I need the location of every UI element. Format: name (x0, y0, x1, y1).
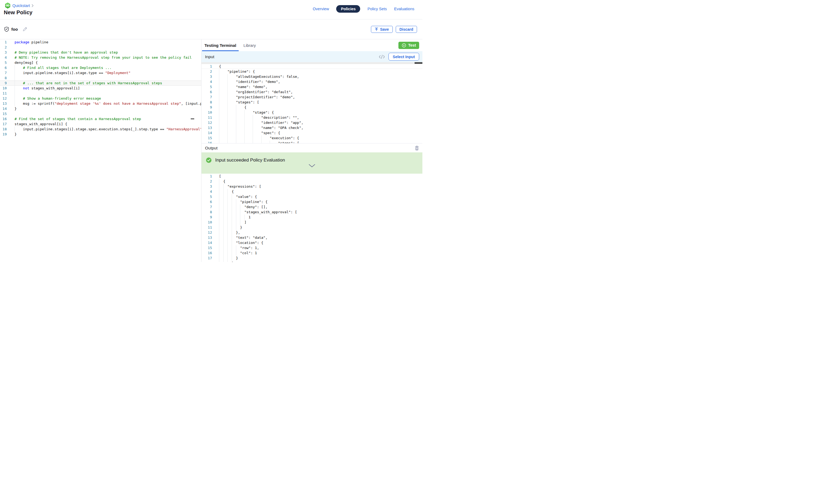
code-line: 14 "location": { (201, 240, 423, 245)
code-line: 13 "name": "OPA check", (201, 125, 423, 130)
input-section-header: Input Select Input (201, 51, 423, 62)
save-button[interactable]: Save (371, 26, 393, 33)
code-line: 16 "steps": [ (201, 141, 423, 143)
test-button-label: Test (408, 43, 416, 47)
code-line: 10 ] (201, 220, 423, 225)
main-split: 1package pipeline23# Deny pipelines that… (0, 39, 423, 262)
code-line: 7 input.pipeline.stages[i].stage.type ==… (0, 70, 201, 75)
output-section-header: Output (201, 143, 423, 152)
code-line: 2 (0, 45, 201, 50)
save-button-label: Save (380, 27, 389, 31)
page-header: Quickstart New Policy Overview Policies … (0, 0, 423, 19)
shield-check-icon (4, 27, 9, 32)
nav-policy-sets[interactable]: Policy Sets (367, 7, 387, 11)
code-line: 6 "pipeline": { (201, 199, 423, 204)
policy-code-pane: 1package pipeline23# Deny pipelines that… (0, 39, 201, 262)
code-line: 12 "identifier": "app", (201, 120, 423, 125)
code-line: 4# NOTE: Try removing the HarnessApprova… (0, 55, 201, 60)
code-line: 1package pipeline (0, 40, 201, 45)
tab-library[interactable]: Library (241, 39, 258, 51)
top-nav: Overview Policies Policy Sets Evaluation… (313, 5, 414, 13)
pencil-icon (22, 27, 27, 32)
testing-pane: Testing Terminal Library Test Input (201, 39, 423, 262)
code-line: 4 "identifier": "demo", (201, 79, 423, 84)
code-line: 13 msg := sprintf("deployment stage '%s'… (0, 101, 201, 106)
code-line: 3# Deny pipelines that don't have an app… (0, 50, 201, 55)
tab-library-label: Library (243, 43, 256, 48)
code-line: 13 "text": "data", (201, 235, 423, 240)
chevron-down-icon[interactable] (308, 164, 315, 168)
code-line: 5 "name": "demo", (201, 84, 423, 89)
code-line: 3 "allowStageExecutions": false, (201, 74, 423, 79)
overview-ruler-marker (191, 118, 194, 119)
harness-logo-icon (5, 2, 11, 9)
tab-testing-terminal[interactable]: Testing Terminal (202, 39, 239, 51)
code-line: 16# Find the set of stages that contain … (0, 116, 201, 121)
nav-evaluations[interactable]: Evaluations (394, 7, 414, 11)
success-banner-text: Input succeeded Policy Evaluation (215, 157, 285, 163)
nav-overview[interactable]: Overview (313, 7, 329, 11)
success-check-icon (206, 157, 211, 163)
code-line: 2 "pipeline": { (201, 69, 423, 74)
code-line: 8 "stages": [ (201, 100, 423, 105)
code-line: 9 { (201, 105, 423, 110)
code-line: 10 "stage": { (201, 110, 423, 115)
code-line: 3 "expressions": [ (201, 184, 423, 189)
code-line: 7 "projectIdentifier": "demo", (201, 95, 423, 100)
discard-button[interactable]: Discard (396, 26, 417, 33)
code-line: 5 "value": { (201, 194, 423, 199)
code-line: 9 # ... that are not in the set of stage… (0, 81, 201, 86)
code-line: 12 # Show a human-friendly error message (0, 96, 201, 101)
success-banner: Input succeeded Policy Evaluation (201, 152, 423, 174)
input-json-editor[interactable]: 1{2 "pipeline": {3 "allowStageExecutions… (201, 64, 423, 143)
output-section-title: Output (205, 146, 218, 151)
code-line: 14} (0, 106, 201, 111)
code-line: 6 "orgIdentifier": "default", (201, 89, 423, 95)
code-line: 16 "col": 1 (201, 250, 423, 255)
code-line: 8 "stages_with_approval": [ (201, 209, 423, 215)
code-line: 12 }, (201, 230, 423, 235)
chevron-right-icon (32, 4, 34, 7)
output-json-editor[interactable]: 1[2 {3 "expressions": [4 {5 "value": {6 … (201, 174, 423, 262)
scrollbar-thumb[interactable] (415, 62, 423, 64)
policy-toolbar: foo Save Discard (0, 19, 423, 39)
tab-testing-terminal-label: Testing Terminal (204, 43, 236, 48)
clear-output-button[interactable] (415, 146, 419, 151)
code-line: 17 } (201, 255, 423, 261)
code-line: 15 (0, 111, 201, 116)
code-line: 1{ (201, 64, 423, 69)
edit-name-button[interactable] (22, 27, 27, 32)
upload-icon (375, 27, 378, 31)
code-line: 11 (0, 91, 201, 96)
breadcrumb-link-quickstart[interactable]: Quickstart (12, 3, 30, 8)
code-icon[interactable] (379, 55, 385, 59)
testing-tabbar: Testing Terminal Library Test (201, 39, 423, 51)
play-circle-icon (401, 43, 406, 48)
discard-button-label: Discard (399, 27, 413, 31)
code-line: 4 { (201, 189, 423, 194)
input-editor-hscrollbar[interactable] (201, 62, 423, 64)
nav-policies[interactable]: Policies (336, 5, 360, 13)
code-line: 8 (0, 75, 201, 81)
policy-code-editor[interactable]: 1package pipeline23# Deny pipelines that… (0, 39, 201, 137)
code-line: 18 input.pipeline.stages[i].stage.spec.e… (0, 127, 201, 132)
code-line: 5deny[msg] { (0, 60, 201, 65)
code-line: 9 1 (201, 215, 423, 220)
test-button[interactable]: Test (398, 42, 419, 49)
trash-icon (415, 146, 419, 151)
code-line: 15 "row": 1, (201, 245, 423, 250)
code-line: 11 } (201, 225, 423, 230)
policy-editor-page: Quickstart New Policy Overview Policies … (0, 0, 423, 262)
select-input-button[interactable]: Select Input (388, 53, 419, 61)
code-line: 14 "spec": { (201, 130, 423, 135)
code-line: 2 { (201, 179, 423, 184)
input-section-title: Input (205, 54, 214, 59)
code-line: 15 "execution": { (201, 135, 423, 141)
code-line: 17stages_with_approval[i] { (0, 121, 201, 127)
code-line: 19} (0, 132, 201, 137)
code-line: 7 "deny": [], (201, 204, 423, 209)
code-line: 6 # Find all stages that are Deployments… (0, 65, 201, 70)
policy-name: foo (11, 27, 18, 32)
code-line: 1[ (201, 174, 423, 179)
code-line: 10 not stages_with_approval[i] (0, 86, 201, 91)
